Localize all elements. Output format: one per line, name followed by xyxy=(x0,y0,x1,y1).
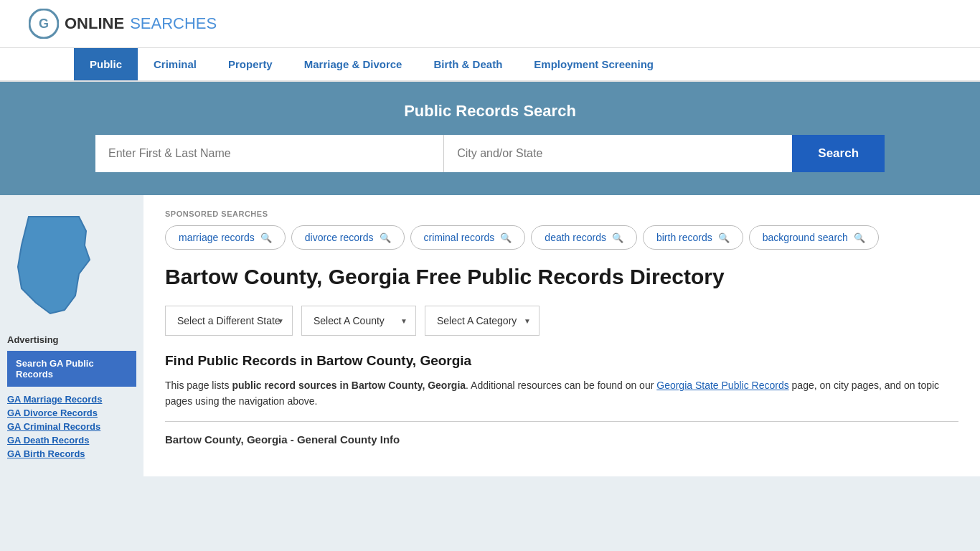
find-text-1: This page lists xyxy=(165,380,232,391)
nav-item-marriage-divorce[interactable]: Marriage & Divorce xyxy=(288,48,418,80)
nav-item-criminal[interactable]: Criminal xyxy=(138,48,212,80)
find-title: Find Public Records in Bartow County, Ge… xyxy=(165,353,958,369)
nav-item-property[interactable]: Property xyxy=(212,48,288,80)
state-dropdown-wrapper: Select a Different State xyxy=(165,306,293,336)
pill-birth-label: birth records xyxy=(656,232,712,243)
nav-item-birth-death[interactable]: Birth & Death xyxy=(418,48,518,80)
sidebar-link-divorce[interactable]: GA Divorce Records xyxy=(7,408,136,418)
find-text-2: . Additional resources can be found on o… xyxy=(466,380,656,391)
sidebar-link-criminal[interactable]: GA Criminal Records xyxy=(7,421,136,432)
pill-marriage-search-icon: 🔍 xyxy=(260,232,272,243)
logo[interactable]: G ONLINESEARCHES xyxy=(29,9,217,39)
pill-birth-search-icon: 🔍 xyxy=(718,232,730,243)
pill-death-records[interactable]: death records 🔍 xyxy=(531,225,637,250)
pill-death-label: death records xyxy=(545,232,606,243)
county-dropdown-wrapper: Select A County xyxy=(301,306,416,336)
pill-criminal-search-icon: 🔍 xyxy=(500,232,512,243)
logo-text-searches: SEARCHES xyxy=(130,14,217,33)
sidebar-ad-box[interactable]: Search GA Public Records xyxy=(7,351,136,387)
state-map xyxy=(7,209,136,320)
sidebar-link-death[interactable]: GA Death Records xyxy=(7,435,136,446)
pill-background-label: background search xyxy=(763,232,848,243)
location-input[interactable] xyxy=(444,135,792,172)
search-banner: Public Records Search Search xyxy=(0,82,980,195)
section-divider xyxy=(165,421,958,422)
logo-text-online: ONLINE xyxy=(65,14,124,33)
nav-item-employment[interactable]: Employment Screening xyxy=(518,48,669,80)
section-subtitle: Bartow County, Georgia - General County … xyxy=(165,433,958,446)
search-button[interactable]: Search xyxy=(792,135,885,172)
dropdowns-row: Select a Different State Select A County… xyxy=(165,306,958,336)
pill-marriage-label: marriage records xyxy=(179,232,255,243)
search-form: Search xyxy=(95,135,885,172)
search-banner-title: Public Records Search xyxy=(29,102,951,121)
category-dropdown-wrapper: Select A Category xyxy=(425,306,540,336)
county-dropdown[interactable]: Select A County xyxy=(301,306,416,336)
pill-divorce-records[interactable]: divorce records 🔍 xyxy=(291,225,405,250)
pill-marriage-records[interactable]: marriage records 🔍 xyxy=(165,225,286,250)
site-header: G ONLINESEARCHES xyxy=(0,0,980,48)
pill-criminal-records[interactable]: criminal records 🔍 xyxy=(410,225,526,250)
pill-divorce-search-icon: 🔍 xyxy=(380,232,391,243)
sidebar-ad-label: Advertising xyxy=(7,334,136,345)
state-dropdown[interactable]: Select a Different State xyxy=(165,306,293,336)
pill-background-search[interactable]: background search 🔍 xyxy=(749,225,879,250)
category-dropdown[interactable]: Select A Category xyxy=(425,306,540,336)
sponsored-label: SPONSORED SEARCHES xyxy=(165,209,958,218)
sidebar-link-birth[interactable]: GA Birth Records xyxy=(7,448,136,459)
nav-item-public[interactable]: Public xyxy=(74,48,138,80)
search-pills: marriage records 🔍 divorce records 🔍 cri… xyxy=(165,225,958,250)
svg-text:G: G xyxy=(39,17,49,31)
sidebar-link-marriage[interactable]: GA Marriage Records xyxy=(7,394,136,405)
pill-background-search-icon: 🔍 xyxy=(854,232,865,243)
page-title: Bartow County, Georgia Free Public Recor… xyxy=(165,264,958,290)
svg-marker-2 xyxy=(18,217,90,314)
find-text-bold: public record sources in Bartow County, … xyxy=(232,380,466,391)
main-area: Advertising Search GA Public Records GA … xyxy=(0,195,980,476)
find-text: This page lists public record sources in… xyxy=(165,377,958,410)
find-link[interactable]: Georgia State Public Records xyxy=(656,380,788,391)
name-input[interactable] xyxy=(95,135,444,172)
main-nav: Public Criminal Property Marriage & Divo… xyxy=(0,48,980,82)
pill-death-search-icon: 🔍 xyxy=(612,232,623,243)
content-inner: SPONSORED SEARCHES marriage records 🔍 di… xyxy=(143,195,980,460)
pill-divorce-label: divorce records xyxy=(305,232,374,243)
pill-criminal-label: criminal records xyxy=(424,232,495,243)
sidebar: Advertising Search GA Public Records GA … xyxy=(0,195,143,476)
pill-birth-records[interactable]: birth records 🔍 xyxy=(643,225,743,250)
main-content: SPONSORED SEARCHES marriage records 🔍 di… xyxy=(143,195,980,476)
logo-icon: G xyxy=(29,9,59,39)
